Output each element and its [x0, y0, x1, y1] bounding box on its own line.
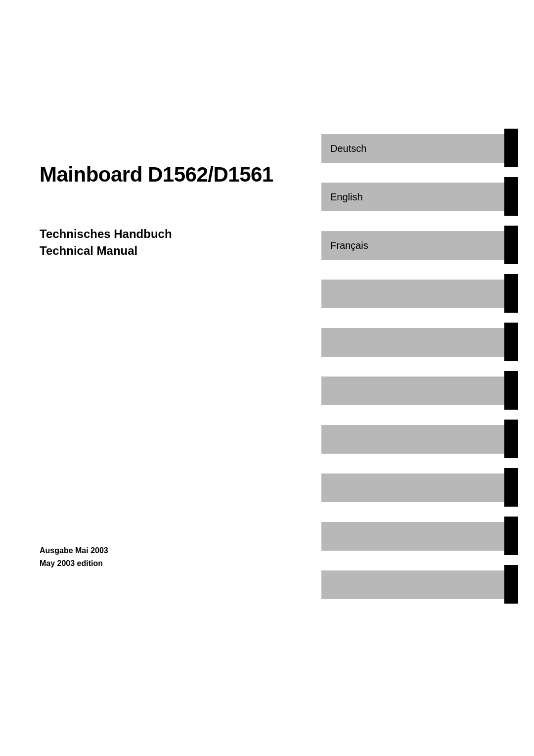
tab-6-edge: [504, 371, 518, 410]
tab-5-edge: [504, 323, 518, 361]
tab-deutsch-label: Deutsch: [330, 143, 366, 154]
tab-english-edge: [504, 177, 518, 216]
tab-deutsch[interactable]: Deutsch: [321, 129, 534, 168]
tab-9[interactable]: [321, 517, 534, 556]
tabs-container: Deutsch English Français: [321, 129, 534, 614]
main-title: Mainboard D1562/D1561: [40, 163, 297, 186]
tab-8[interactable]: [321, 468, 534, 508]
subtitle-line2: Technical Manual: [40, 242, 297, 259]
tab-francais-edge: [504, 226, 518, 264]
tab-english-bar[interactable]: English: [321, 183, 504, 211]
page-container: Mainboard D1562/D1561 Technisches Handbu…: [0, 0, 534, 756]
subtitle-block: Technisches Handbuch Technical Manual: [40, 226, 297, 259]
subtitle-line1: Technisches Handbuch: [40, 226, 297, 242]
tab-9-edge: [504, 517, 518, 555]
tab-4[interactable]: [321, 274, 534, 314]
tab-6-bar[interactable]: [321, 377, 504, 405]
tab-10-bar[interactable]: [321, 570, 504, 599]
edition-block: Ausgabe Mai 2003 May 2003 edition: [40, 544, 108, 569]
tab-deutsch-bar[interactable]: Deutsch: [321, 134, 504, 163]
edition-line2: May 2003 edition: [40, 557, 108, 570]
tab-francais-label: Français: [330, 240, 368, 251]
tab-english[interactable]: English: [321, 177, 534, 217]
tab-7-edge: [504, 420, 518, 458]
tab-4-bar[interactable]: [321, 280, 504, 308]
tab-4-edge: [504, 274, 518, 313]
tab-8-bar[interactable]: [321, 473, 504, 502]
tab-5[interactable]: [321, 323, 534, 362]
tab-deutsch-edge: [504, 129, 518, 167]
tab-9-bar[interactable]: [321, 522, 504, 551]
tab-7[interactable]: [321, 420, 534, 459]
edition-line1: Ausgabe Mai 2003: [40, 544, 108, 557]
tab-6[interactable]: [321, 371, 534, 411]
tab-10-edge: [504, 565, 518, 604]
tab-10[interactable]: [321, 565, 534, 605]
tab-english-label: English: [330, 191, 363, 203]
tab-7-bar[interactable]: [321, 425, 504, 454]
tab-5-bar[interactable]: [321, 328, 504, 357]
left-content: Mainboard D1562/D1561 Technisches Handbu…: [40, 163, 297, 279]
tab-8-edge: [504, 468, 518, 507]
tab-francais-bar[interactable]: Français: [321, 231, 504, 260]
tab-francais[interactable]: Français: [321, 226, 534, 265]
